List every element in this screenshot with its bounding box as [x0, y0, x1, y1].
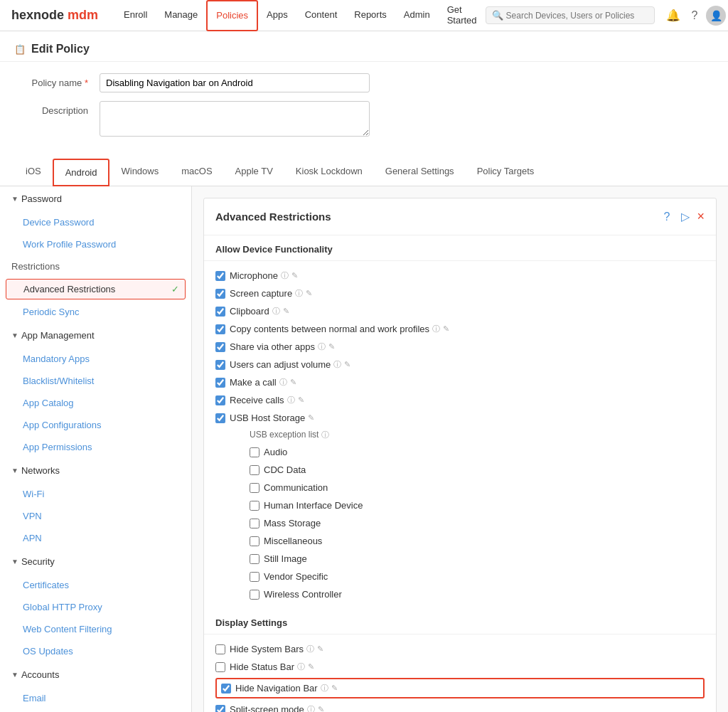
copy-contents-label[interactable]: Copy contents between normal and work pr…: [230, 324, 449, 334]
sidebar-group-password[interactable]: ▼ Password: [0, 186, 191, 211]
sidebar-item-work-profile-password[interactable]: Work Profile Password: [0, 233, 191, 255]
panel-help-button[interactable]: ?: [660, 209, 675, 225]
make-call-info-icon[interactable]: ⓘ: [279, 377, 287, 388]
sidebar-item-device-password[interactable]: Device Password: [0, 211, 191, 233]
split-screen-label[interactable]: Split-screen mode ⓘ ✎: [230, 704, 324, 712]
tab-general[interactable]: General Settings: [374, 159, 466, 186]
sidebar-item-apn[interactable]: APN: [0, 527, 191, 549]
hide-nav-bar-edit-icon[interactable]: ✎: [331, 684, 338, 693]
sidebar-item-advanced-restrictions[interactable]: Advanced Restrictions ✓: [6, 279, 186, 299]
sidebar-item-app-configurations[interactable]: App Configurations: [0, 414, 191, 436]
tab-kiosk[interactable]: Kiosk Lockdown: [284, 159, 374, 186]
hide-system-bars-info-icon[interactable]: ⓘ: [306, 644, 314, 654]
hide-system-bars-label[interactable]: Hide System Bars ⓘ ✎: [230, 644, 323, 654]
usb-storage-checkbox[interactable]: [215, 413, 225, 423]
hide-status-bar-label[interactable]: Hide Status Bar ⓘ ✎: [230, 661, 314, 672]
split-screen-info-icon[interactable]: ⓘ: [307, 704, 315, 712]
hide-status-bar-edit-icon[interactable]: ✎: [308, 662, 314, 671]
panel-close-button[interactable]: ×: [697, 209, 705, 224]
hide-status-bar-checkbox[interactable]: [215, 662, 225, 672]
human-interface-label[interactable]: Human Interface Device: [264, 500, 363, 511]
sidebar-item-vpn[interactable]: VPN: [0, 505, 191, 527]
hide-nav-bar-info-icon[interactable]: ⓘ: [321, 683, 328, 694]
hide-system-bars-checkbox[interactable]: [215, 644, 225, 654]
avatar[interactable]: 👤: [706, 6, 726, 26]
nav-enroll[interactable]: Enroll: [115, 0, 156, 31]
tab-windows[interactable]: Windows: [109, 159, 170, 186]
still-image-label[interactable]: Still Image: [264, 553, 307, 564]
hide-status-bar-info-icon[interactable]: ⓘ: [297, 661, 305, 672]
sidebar-item-email[interactable]: Email: [0, 687, 191, 709]
adjust-volume-checkbox[interactable]: [215, 360, 225, 370]
nav-policies[interactable]: Policies: [206, 0, 258, 31]
sidebar-item-os-updates[interactable]: OS Updates: [0, 640, 191, 662]
usb-storage-edit-icon[interactable]: ✎: [308, 413, 314, 423]
clipboard-info-icon[interactable]: ⓘ: [272, 306, 280, 317]
nav-manage[interactable]: Manage: [156, 0, 206, 31]
cdc-data-label[interactable]: CDC Data: [264, 464, 306, 475]
microphone-checkbox[interactable]: [215, 271, 225, 281]
make-call-label[interactable]: Make a call ⓘ ✎: [230, 377, 296, 388]
share-via-checkbox[interactable]: [215, 342, 225, 352]
sidebar-item-certificates[interactable]: Certificates: [0, 574, 191, 596]
usb-storage-label[interactable]: USB Host Storage ✎: [230, 413, 314, 423]
audio-label[interactable]: Audio: [264, 447, 287, 457]
search-input[interactable]: [506, 11, 648, 21]
communication-checkbox[interactable]: [250, 483, 259, 493]
share-via-label[interactable]: Share via other apps ⓘ ✎: [230, 341, 335, 352]
microphone-label[interactable]: Microphone ⓘ ✎: [230, 270, 298, 281]
make-call-checkbox[interactable]: [215, 378, 225, 388]
screen-capture-edit-icon[interactable]: ✎: [306, 289, 312, 298]
sidebar-item-web-content[interactable]: Web Content Filtering: [0, 618, 191, 640]
description-input[interactable]: [100, 101, 370, 137]
search-bar[interactable]: 🔍: [486, 6, 655, 24]
vendor-specific-label[interactable]: Vendor Specific: [264, 571, 328, 582]
screen-capture-info-icon[interactable]: ⓘ: [295, 288, 303, 299]
panel-play-button[interactable]: ▷: [677, 208, 694, 225]
hide-system-bars-edit-icon[interactable]: ✎: [317, 644, 323, 654]
sidebar-group-networks[interactable]: ▼ Networks: [0, 458, 191, 483]
human-interface-checkbox[interactable]: [250, 501, 259, 511]
policy-name-input[interactable]: [100, 73, 370, 92]
sidebar-item-mandatory-apps[interactable]: Mandatory Apps: [0, 348, 191, 370]
make-call-edit-icon[interactable]: ✎: [290, 378, 296, 387]
help-icon[interactable]: ?: [689, 6, 701, 25]
communication-label[interactable]: Communication: [264, 482, 328, 493]
split-screen-edit-icon[interactable]: ✎: [318, 705, 324, 712]
sidebar-group-security[interactable]: ▼ Security: [0, 549, 191, 574]
sidebar-item-global-http[interactable]: Global HTTP Proxy: [0, 596, 191, 618]
mass-storage-checkbox[interactable]: [250, 519, 259, 528]
audio-checkbox[interactable]: [250, 447, 259, 457]
still-image-checkbox[interactable]: [250, 554, 259, 564]
notifications-icon[interactable]: 🔔: [663, 6, 683, 25]
nav-content[interactable]: Content: [296, 0, 346, 31]
nav-get-started[interactable]: Get Started: [439, 0, 486, 31]
sidebar-item-exchange[interactable]: Exchange ActiveSync: [0, 709, 191, 712]
receive-calls-label[interactable]: Receive calls ⓘ ✎: [230, 395, 304, 405]
adjust-volume-label[interactable]: Users can adjust volume ⓘ ✎: [230, 359, 350, 370]
screen-capture-checkbox[interactable]: [215, 289, 225, 299]
clipboard-label[interactable]: Clipboard ⓘ ✎: [230, 306, 289, 317]
wireless-controller-checkbox[interactable]: [250, 590, 259, 600]
microphone-edit-icon[interactable]: ✎: [291, 271, 298, 280]
clipboard-checkbox[interactable]: [215, 307, 225, 317]
nav-reports[interactable]: Reports: [346, 0, 395, 31]
usb-exception-info-icon[interactable]: ⓘ: [321, 430, 329, 439]
wireless-controller-label[interactable]: Wireless Controller: [264, 589, 342, 600]
share-via-edit-icon[interactable]: ✎: [328, 342, 335, 351]
hide-nav-bar-checkbox[interactable]: [221, 684, 231, 694]
tab-macos[interactable]: macOS: [170, 159, 223, 186]
mass-storage-label[interactable]: Mass Storage: [264, 518, 321, 528]
adjust-volume-edit-icon[interactable]: ✎: [344, 360, 350, 369]
miscellaneous-checkbox[interactable]: [250, 536, 259, 546]
sidebar-group-app-management[interactable]: ▼ App Management: [0, 323, 191, 348]
tab-android[interactable]: Android: [53, 159, 110, 186]
receive-calls-edit-icon[interactable]: ✎: [298, 395, 304, 405]
split-screen-checkbox[interactable]: [215, 705, 225, 713]
receive-calls-info-icon[interactable]: ⓘ: [287, 395, 295, 405]
sidebar-item-blacklist-whitelist[interactable]: Blacklist/Whitelist: [0, 370, 191, 392]
clipboard-edit-icon[interactable]: ✎: [283, 307, 289, 316]
cdc-data-checkbox[interactable]: [250, 465, 259, 475]
tab-ios[interactable]: iOS: [14, 159, 53, 186]
sidebar-group-accounts[interactable]: ▼ Accounts: [0, 662, 191, 687]
